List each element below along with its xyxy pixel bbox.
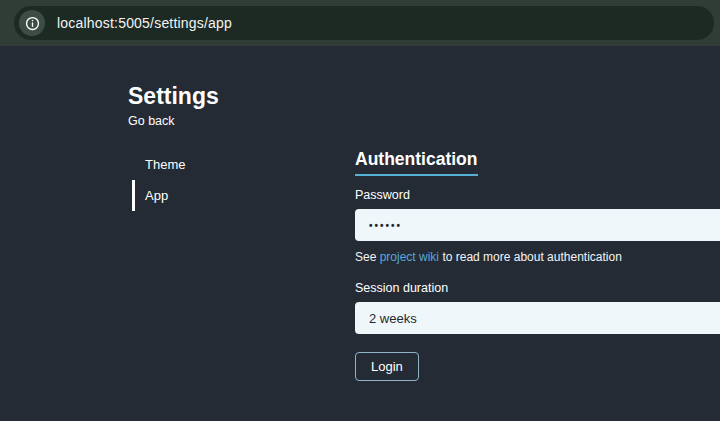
help-suffix: to read more about authentication (439, 250, 622, 264)
browser-bar: localhost:5005/settings/app (0, 0, 720, 46)
password-help-text: See project wiki to read more about auth… (355, 250, 720, 264)
session-duration-select[interactable] (355, 302, 720, 334)
url-bar[interactable]: localhost:5005/settings/app (14, 6, 714, 40)
sidebar-item-theme[interactable]: Theme (132, 149, 355, 180)
section-title: Authentication (355, 149, 478, 176)
page-title: Settings (128, 84, 720, 109)
session-duration-label: Session duration (355, 281, 720, 295)
settings-page: Settings Go back Theme App Authenticatio… (0, 46, 720, 421)
project-wiki-link[interactable]: project wiki (380, 250, 439, 264)
password-input[interactable] (355, 209, 720, 241)
go-back-link[interactable]: Go back (128, 114, 175, 128)
url-text[interactable]: localhost:5005/settings/app (57, 15, 232, 31)
settings-sidebar: Theme App (128, 149, 355, 381)
site-info-button[interactable] (19, 10, 45, 36)
settings-main: Authentication Password See project wiki… (355, 149, 720, 381)
sidebar-item-app[interactable]: App (132, 180, 355, 211)
login-button[interactable]: Login (355, 352, 419, 381)
settings-layout: Theme App Authentication Password See pr… (128, 149, 720, 381)
password-label: Password (355, 188, 720, 202)
info-icon (25, 16, 40, 31)
help-prefix: See (355, 250, 380, 264)
